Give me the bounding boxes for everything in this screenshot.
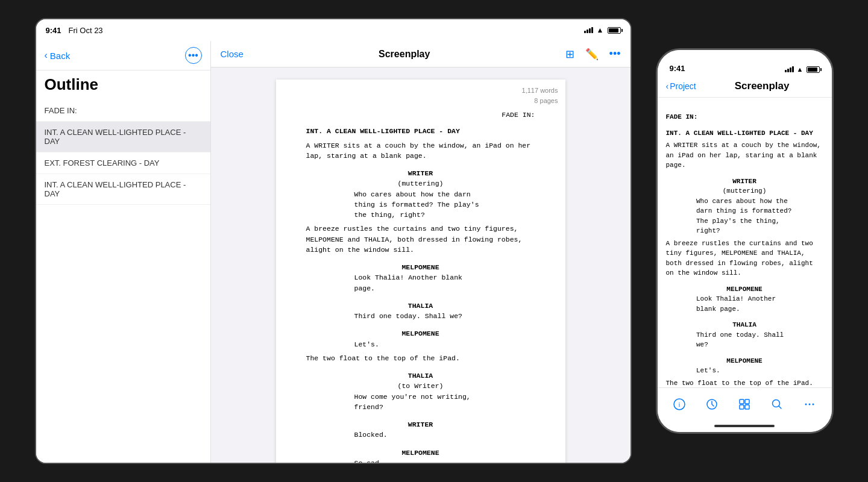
iphone-wifi-icon: ▲ — [797, 66, 804, 73]
iphone-home-indicator — [658, 420, 832, 432]
iphone-time: 9:41 — [670, 64, 685, 73]
svg-rect-6 — [745, 405, 749, 409]
toolbar-title: Screenplay — [379, 49, 430, 60]
outline-item-scene1[interactable]: INT. A CLEAN WELL-LIGHTED PLACE - DAY — [36, 122, 210, 152]
iphone-fade-in: FADE IN: — [666, 112, 823, 122]
iphone-search-button[interactable] — [771, 398, 783, 410]
ipad-day: Fri Oct 23 — [69, 26, 103, 35]
dialog-5: How come you're not writing, friend? — [354, 392, 487, 413]
char-3: THALIA — [306, 301, 535, 311]
dialog-4: Let's. — [354, 339, 487, 349]
iphone-char-3: THALIA — [666, 320, 823, 330]
iphone-chevron-left-icon: ‹ — [666, 81, 669, 91]
dialog-2: Look Thalia! Another blank page. — [354, 272, 487, 293]
ipad-main: Close Screenplay ⊞ ✏️ ••• 1,117 words 8 … — [211, 41, 631, 463]
grid-icon[interactable]: ⊞ — [565, 48, 574, 61]
iphone-action-1: A WRITER sits at a couch by the window, … — [666, 140, 823, 171]
ellipsis-icon: ••• — [188, 50, 198, 61]
iphone-nav: ‹ Project Screenplay — [658, 77, 832, 98]
ipad-landscape: 9:41 Fri Oct 23 ▲ ‹ Back — [35, 18, 632, 464]
fade-in: FADE IN: — [306, 110, 535, 120]
iphone-bottom-bar: i — [658, 387, 832, 420]
dialog-1: Who cares about how the darn thing is fo… — [354, 189, 487, 221]
chevron-left-icon: ‹ — [45, 50, 48, 61]
paren-1: (muttering) — [306, 178, 535, 189]
outline-item-fade-in[interactable]: FADE IN: — [36, 100, 210, 122]
iphone-portrait: 9:41 ▲ ‹ Project Screenplay FADE IN: INT… — [656, 48, 834, 434]
iphone-dialog-1: Who cares about how the darn thing is fo… — [696, 196, 793, 236]
svg-rect-4 — [745, 399, 749, 404]
char-1: WRITER — [306, 168, 535, 178]
iphone-info-button[interactable]: i — [673, 398, 685, 410]
screenplay-page: 1,117 words 8 pages FADE IN: INT. A CLEA… — [276, 80, 565, 463]
action-3: The two float to the top of the iPad. — [306, 353, 535, 363]
ipad-toolbar: Close Screenplay ⊞ ✏️ ••• — [211, 41, 631, 67]
action-2: A breeze rustles the curtains and two ti… — [306, 224, 535, 255]
svg-point-9 — [808, 403, 810, 405]
outline-items: FADE IN: INT. A CLEAN WELL-LIGHTED PLACE… — [36, 100, 210, 463]
iphone-history-button[interactable] — [706, 398, 718, 410]
svg-point-10 — [812, 403, 814, 405]
signal-bars-icon — [584, 27, 593, 33]
iphone-nav-title: Screenplay — [701, 80, 823, 92]
svg-point-8 — [805, 403, 807, 405]
iphone-slug-1: INT. A CLEAN WELL-LIGHTED PLACE - DAY — [666, 128, 823, 139]
dialog-7: So sad. — [354, 458, 487, 463]
toolbar-actions: ⊞ ✏️ ••• — [565, 48, 621, 61]
back-label: Back — [50, 51, 70, 61]
dialog-3: Third one today. Shall we? — [354, 311, 487, 321]
sidebar-nav: ‹ Back ••• — [36, 41, 210, 70]
svg-rect-3 — [740, 399, 744, 404]
iphone-char-4: MELPOMENE — [666, 356, 823, 366]
iphone-dialog-3: Third one today. Shall we? — [696, 330, 793, 350]
ipad-status-bar: 9:41 Fri Oct 23 ▲ — [36, 19, 631, 41]
char-5: THALIA — [306, 371, 535, 381]
iphone-action-3: The two float to the top of the iPad. — [666, 378, 823, 388]
iphone-grid-button[interactable] — [738, 398, 750, 410]
iphone-more-button[interactable] — [804, 398, 816, 410]
iphone-battery-icon — [807, 66, 820, 73]
markup-icon[interactable]: ✏️ — [585, 48, 599, 61]
char-2: MELPOMENE — [306, 262, 535, 272]
outline-title: Outline — [36, 70, 210, 100]
char-7: MELPOMENE — [306, 448, 535, 458]
iphone-char-1: WRITER — [666, 177, 823, 187]
close-button[interactable]: Close — [221, 49, 244, 59]
action-1: A WRITER sits at a couch by the window, … — [306, 140, 535, 161]
screenplay-scroll[interactable]: 1,117 words 8 pages FADE IN: INT. A CLEA… — [211, 67, 631, 463]
iphone-content[interactable]: FADE IN: INT. A CLEAN WELL-LIGHTED PLACE… — [658, 98, 832, 387]
iphone-action-2: A breeze rustles the curtains and two ti… — [666, 239, 823, 278]
iphone-status-bar: 9:41 ▲ — [658, 50, 832, 77]
iphone-back-label: Project — [670, 81, 696, 91]
word-count: 1,117 words 8 pages — [522, 86, 558, 105]
dialog-6: Blocked. — [354, 430, 487, 440]
back-button[interactable]: ‹ Back — [45, 50, 71, 61]
home-line — [714, 425, 775, 427]
ipad-sidebar: ‹ Back ••• Outline FADE IN: INT. A CLEAN… — [36, 41, 211, 463]
iphone-paren-1: (muttering) — [666, 186, 823, 196]
outline-item-scene3[interactable]: INT. A CLEAN WELL-LIGHTED PLACE - DAY — [36, 174, 210, 205]
sidebar-more-button[interactable]: ••• — [185, 47, 202, 64]
char-6: WRITER — [306, 419, 535, 430]
iphone-dialog-4: Let's. — [696, 366, 793, 376]
iphone-signal-icon — [785, 66, 794, 72]
ipad-time: 9:41 — [46, 26, 61, 35]
iphone-dialog-2: Look Thalia! Another blank page. — [696, 294, 793, 314]
ipad-content: ‹ Back ••• Outline FADE IN: INT. A CLEAN… — [36, 41, 631, 463]
svg-text:i: i — [679, 401, 681, 408]
char-4: MELPOMENE — [306, 328, 535, 339]
paren-5: (to Writer) — [306, 381, 535, 391]
slug-1: INT. A CLEAN WELL-LIGHTED PLACE - DAY — [306, 126, 535, 136]
iphone-char-2: MELPOMENE — [666, 284, 823, 295]
iphone-back-button[interactable]: ‹ Project — [666, 81, 696, 91]
more-icon[interactable]: ••• — [609, 48, 621, 60]
battery-icon — [608, 27, 621, 34]
wifi-icon: ▲ — [597, 26, 604, 34]
outline-item-scene2[interactable]: EXT. FOREST CLEARING - DAY — [36, 152, 210, 174]
svg-rect-5 — [740, 405, 744, 409]
iphone-status-right: ▲ — [785, 66, 820, 73]
